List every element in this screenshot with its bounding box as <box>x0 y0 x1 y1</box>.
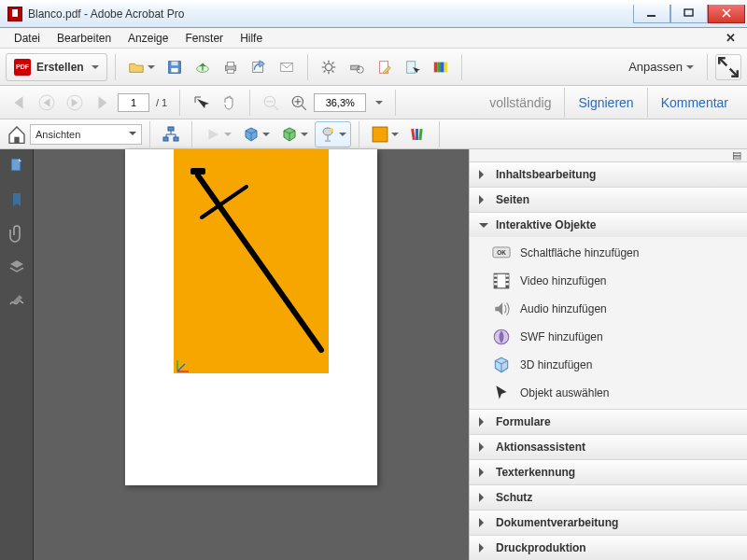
link-kommentar[interactable]: Kommentar <box>647 88 741 118</box>
color-swatches-icon[interactable] <box>428 54 454 80</box>
create-button[interactable]: PDF Erstellen <box>6 53 107 81</box>
svg-marker-30 <box>44 98 50 106</box>
fullscreen-button[interactable] <box>715 54 741 80</box>
svg-rect-55 <box>190 168 205 175</box>
panel-options-icon[interactable]: ▤ <box>470 149 747 162</box>
play-icon[interactable] <box>200 121 236 147</box>
hierarchy-icon[interactable] <box>158 121 184 147</box>
svg-rect-24 <box>434 62 438 72</box>
cube-3d-icon <box>492 357 511 373</box>
main-area: ▤ Inhaltsbearbeitung Seiten Interaktive … <box>0 149 747 560</box>
window-title: Blanco.pdf - Adobe Acrobat Pro <box>28 7 633 21</box>
link-vollstaendig[interactable]: vollständig <box>476 88 564 118</box>
thumbnails-icon[interactable] <box>7 157 26 175</box>
add-3d-tool[interactable]: 3D hinzufügen <box>492 357 736 373</box>
document-canvas[interactable] <box>34 149 469 560</box>
cube-green-icon[interactable] <box>276 121 313 147</box>
section-aktionsassistent[interactable]: Aktionsassistent <box>470 435 747 459</box>
svg-line-16 <box>323 62 325 63</box>
svg-rect-67 <box>505 274 508 276</box>
svg-rect-49 <box>411 128 416 139</box>
pdf-icon: PDF <box>14 59 31 76</box>
zoom-out-button[interactable] <box>258 90 284 116</box>
svg-line-40 <box>303 105 307 110</box>
menu-fenster[interactable]: Fenster <box>176 30 232 47</box>
signatures-icon[interactable] <box>7 291 26 310</box>
toolbar-primary: PDF Erstellen Anpassen <box>0 49 747 86</box>
add-button-tool[interactable]: OK Schaltfläche hinzufügen <box>492 245 736 261</box>
zoom-in-button[interactable] <box>286 90 312 116</box>
add-video-tool[interactable]: Video hinzufügen <box>492 273 736 289</box>
navigation-pane <box>0 149 34 560</box>
svg-rect-25 <box>437 62 441 72</box>
close-button[interactable] <box>708 5 745 23</box>
share-button[interactable] <box>246 54 272 80</box>
books-icon[interactable] <box>405 121 431 147</box>
print-settings-icon[interactable] <box>344 54 370 80</box>
first-page-button[interactable] <box>6 90 32 116</box>
speaker-icon <box>492 301 511 317</box>
hand-tool-icon[interactable] <box>216 90 242 116</box>
toolbar-views: Ansichten <box>0 119 747 149</box>
section-formulare[interactable]: Formulare <box>470 410 747 434</box>
next-page-button[interactable] <box>62 90 88 116</box>
section-dokumentverarbeitung[interactable]: Dokumentverarbeitung <box>470 511 747 535</box>
toolbar-navigation: / 1 vollständig Signieren Kommentar <box>0 86 747 119</box>
prev-page-button[interactable] <box>34 90 60 116</box>
add-audio-tool[interactable]: Audio hinzufügen <box>492 301 736 317</box>
svg-rect-42 <box>168 127 174 131</box>
menu-bearbeiten[interactable]: Bearbeiten <box>49 30 120 47</box>
last-page-button[interactable] <box>90 90 116 116</box>
email-button[interactable] <box>274 54 300 80</box>
svg-rect-64 <box>494 274 497 276</box>
save-button[interactable] <box>162 54 188 80</box>
zoom-level-input[interactable] <box>314 93 366 112</box>
svg-marker-33 <box>99 96 107 109</box>
layers-icon[interactable] <box>7 258 26 276</box>
menu-anzeige[interactable]: Anzeige <box>120 30 176 47</box>
section-inhaltsbearbeitung[interactable]: Inhaltsbearbeitung <box>470 162 747 187</box>
minimize-button[interactable] <box>633 5 670 23</box>
print-button[interactable] <box>218 54 244 80</box>
attachments-icon[interactable] <box>7 224 26 243</box>
settings-icon[interactable] <box>316 54 342 80</box>
color-fill-icon[interactable] <box>367 121 403 147</box>
menu-datei[interactable]: Datei <box>6 30 49 47</box>
svg-rect-23 <box>406 61 415 73</box>
close-document-button[interactable]: ✕ <box>720 31 741 45</box>
bookmarks-icon[interactable] <box>7 190 26 209</box>
select-object-tool[interactable]: Objekt auswählen <box>492 385 736 401</box>
selection-tool-icon[interactable] <box>188 90 214 116</box>
add-swf-tool[interactable]: SWF hinzufügen <box>492 329 736 345</box>
svg-rect-48 <box>373 127 388 142</box>
section-texterkennung[interactable]: Texterkennung <box>470 460 747 484</box>
cloud-button[interactable] <box>190 54 216 80</box>
svg-rect-50 <box>416 129 418 140</box>
views-combo[interactable]: Ansichten <box>30 124 142 145</box>
svg-rect-7 <box>227 62 233 66</box>
menu-hilfe[interactable]: Hilfe <box>232 30 271 47</box>
svg-marker-45 <box>209 129 218 139</box>
create-label: Erstellen <box>36 61 84 74</box>
section-interaktive-objekte[interactable]: Interaktive Objekte <box>470 213 747 237</box>
section-druckproduktion[interactable]: Druckproduktion <box>470 536 747 560</box>
select-tool-icon[interactable] <box>400 54 426 80</box>
section-seiten[interactable]: Seiten <box>470 188 747 212</box>
customize-dropdown[interactable]: Anpassen <box>623 60 699 74</box>
ok-button-icon: OK <box>492 245 511 261</box>
cube-blue-icon[interactable] <box>238 121 275 147</box>
svg-point-47 <box>330 128 333 132</box>
maximize-button[interactable] <box>670 5 708 23</box>
open-button[interactable] <box>123 54 160 80</box>
link-signieren[interactable]: Signieren <box>564 88 646 118</box>
tools-panel: ▤ Inhaltsbearbeitung Seiten Interaktive … <box>469 149 747 560</box>
svg-rect-69 <box>505 283 508 285</box>
svg-rect-3 <box>171 61 177 65</box>
zoom-dropdown[interactable] <box>368 90 388 116</box>
home-icon[interactable] <box>6 123 28 146</box>
edit-object-icon[interactable] <box>372 54 398 80</box>
page-number-input[interactable] <box>118 93 149 112</box>
section-schutz[interactable]: Schutz <box>470 485 747 510</box>
lamp-icon[interactable] <box>315 121 351 147</box>
svg-rect-41 <box>14 136 19 143</box>
